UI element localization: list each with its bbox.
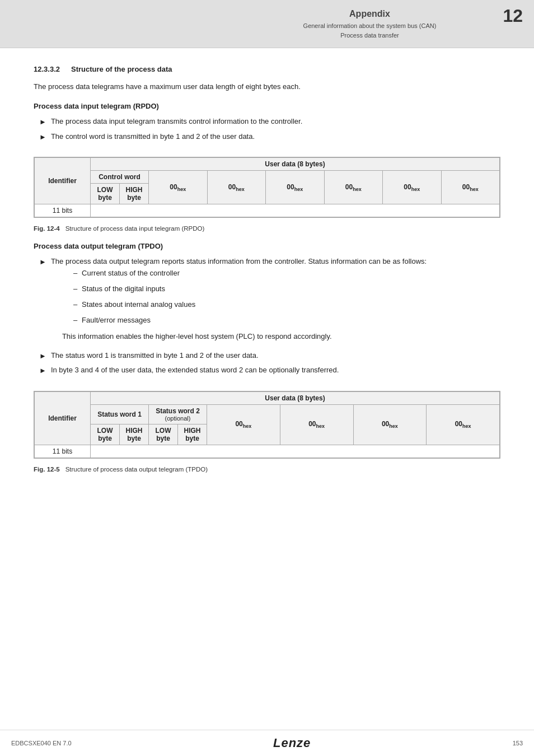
rpdo-fig-text: Structure of process data input telegram… [65,225,205,232]
header-chapter-line2: Process data transfer [250,31,489,41]
tpdo-bullet-2: ► The status word 1 is transmitted in by… [39,350,500,362]
section-title: Structure of the process data [71,65,172,73]
rpdo-bullet-1: ► The process data input telegram transm… [39,116,500,128]
rpdo-th-identifier: Identifier [35,158,91,204]
header-chapter-info: Appendix General information about the s… [250,7,489,41]
rpdo-th-hex1: 00hex [149,171,208,204]
tpdo-dash-4: Fault/error messages [73,314,427,326]
tpdo-th-userdata: User data (8 bytes) [91,391,500,404]
rpdo-th-controlword: Control word [91,171,149,184]
tpdo-th-identifier: Identifier [35,391,91,445]
rpdo-th-hex4: 00hex [324,171,383,204]
tpdo-th-hex2: 00hex [280,404,353,445]
tpdo-fig-label: Fig. 12-5 [34,466,60,473]
tpdo-th-sw1-low: LOWbyte [91,424,120,445]
rpdo-th-hex2: 00hex [207,171,266,204]
chapter-number: 12 [503,6,523,26]
tpdo-dash-3: States about internal analog values [73,298,427,311]
tpdo-title: Process data output telegram (TPDO) [34,242,500,250]
tpdo-dash-1: Current status of the controller [73,267,427,279]
tpdo-info-sentence: This information enables the higher-leve… [62,331,427,342]
rpdo-table: Identifier User data (8 bytes) Control w… [34,157,500,217]
footer-doc-number: EDBCSXE040 EN 7.0 [11,740,72,746]
tpdo-arrow-2: ► [39,351,46,362]
page-header: Appendix General information about the s… [0,0,534,48]
tpdo-td-empty [91,445,500,458]
tpdo-bullet-1: ► The process data output telegram repor… [39,256,500,346]
section-number: 12.3.3.2 [34,65,60,73]
lenze-logo: Lenze [273,736,311,750]
section-intro: The process data telegrams have a maximu… [34,81,500,92]
bullet-arrow-2: ► [39,132,46,143]
tpdo-fig-text: Structure of process data output telegra… [65,466,208,473]
tpdo-bullet-3: ► In byte 3 and 4 of the user data, the … [39,365,500,376]
tpdo-th-hex4: 00hex [427,404,500,445]
rpdo-th-low: LOWbyte [91,184,120,204]
tpdo-bullets: ► The process data output telegram repor… [39,256,500,376]
rpdo-fig-label: Fig. 12-4 [34,225,60,232]
tpdo-fig-caption: Fig. 12-5 Structure of process data outp… [34,466,500,473]
footer-page-number: 153 [513,740,523,746]
tpdo-bullet2-text: The status word 1 is transmitted in byte… [51,350,259,361]
tpdo-th-sw2: Status word 2 (optional) [149,404,207,424]
rpdo-fig-caption: Fig. 12-4 Structure of process data inpu… [34,225,500,232]
rpdo-title: Process data input telegram (RPDO) [34,102,500,110]
tpdo-bullet1-text: The process data output telegram reports… [51,256,427,267]
rpdo-bullets: ► The process data input telegram transm… [39,116,500,142]
rpdo-th-userdata: User data (8 bytes) [91,158,500,171]
rpdo-th-hex3: 00hex [266,171,325,204]
tpdo-arrow-3: ► [39,365,46,376]
tpdo-th-sw1-high: HIGHbyte [120,424,149,445]
tpdo-table: Identifier User data (8 bytes) Status wo… [34,391,500,458]
rpdo-th-hex5: 00hex [383,171,442,204]
tpdo-th-hex1: 00hex [207,404,280,445]
rpdo-td-empty [91,204,500,217]
rpdo-th-hex6: 00hex [441,171,500,204]
tpdo-th-sw1: Status word 1 [91,404,149,424]
section-heading: 12.3.3.2 Structure of the process data [34,65,500,73]
tpdo-th-sw2-high: HIGHbyte [178,424,207,445]
rpdo-th-high: HIGHbyte [120,184,149,204]
tpdo-bullet3-text: In byte 3 and 4 of the user data, the ex… [51,365,339,376]
header-chapter-line1: General information about the system bus… [250,21,489,31]
rpdo-table-wrapper: Identifier User data (8 bytes) Control w… [34,157,500,218]
tpdo-th-hex3: 00hex [353,404,427,445]
rpdo-td-11bits: 11 bits [35,204,91,217]
tpdo-arrow-1: ► [39,256,46,268]
tpdo-dash-2: Status of the digital inputs [73,283,427,295]
main-content: 12.3.3.2 Structure of the process data T… [0,48,534,498]
page-footer: EDBCSXE040 EN 7.0 Lenze 153 [0,730,534,756]
rpdo-bullet-2: ► The control word is transmitted in byt… [39,131,500,143]
tpdo-td-11bits: 11 bits [35,445,91,458]
tpdo-th-sw2-low: LOWbyte [149,424,178,445]
tpdo-table-wrapper: Identifier User data (8 bytes) Status wo… [34,391,500,459]
tpdo-dash-list: Current status of the controller Status … [73,267,427,326]
header-appendix-label: Appendix [250,7,489,21]
bullet-arrow-1: ► [39,116,46,128]
